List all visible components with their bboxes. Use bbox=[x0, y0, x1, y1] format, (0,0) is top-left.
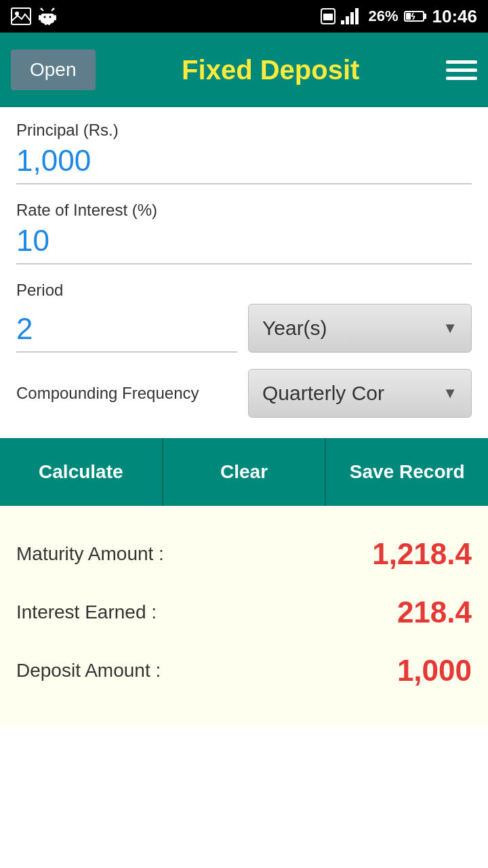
period-unit-dropdown[interactable]: Year(s) ▼ bbox=[248, 304, 472, 353]
clear-button[interactable]: Clear bbox=[162, 438, 325, 506]
svg-rect-16 bbox=[341, 20, 344, 24]
sim-icon bbox=[321, 8, 336, 24]
period-unit-label: Year(s) bbox=[262, 317, 327, 340]
maturity-label: Maturity Amount : bbox=[16, 543, 164, 565]
app-title: Fixed Deposit bbox=[182, 55, 359, 85]
image-icon bbox=[11, 7, 31, 25]
status-bar: 26% 10:46 bbox=[0, 0, 488, 33]
compounding-label: Compounding Frequency bbox=[16, 384, 199, 403]
open-button[interactable]: Open bbox=[11, 50, 96, 90]
svg-rect-22 bbox=[424, 14, 426, 19]
rate-label: Rate of Interest (%) bbox=[16, 201, 472, 220]
deposit-value: 1,000 bbox=[397, 654, 472, 688]
android-icon bbox=[38, 7, 57, 26]
svg-rect-19 bbox=[355, 8, 359, 24]
hamburger-line-2 bbox=[446, 68, 477, 72]
period-value[interactable]: 2 bbox=[16, 312, 237, 353]
results-section: Maturity Amount : 1,218.4 Interest Earne… bbox=[0, 506, 488, 727]
deposit-label: Deposit Amount : bbox=[16, 660, 161, 682]
interest-row: Interest Earned : 218.4 bbox=[16, 583, 472, 642]
principal-value[interactable]: 1,000 bbox=[16, 144, 472, 184]
compounding-value: Quarterly Cor bbox=[262, 382, 384, 405]
svg-point-5 bbox=[49, 16, 52, 18]
svg-rect-10 bbox=[39, 15, 41, 20]
interest-label: Interest Earned : bbox=[16, 601, 157, 623]
maturity-value: 1,218.4 bbox=[372, 537, 472, 571]
main-content: Principal (Rs.) 1,000 Rate of Interest (… bbox=[0, 107, 488, 418]
maturity-row: Maturity Amount : 1,218.4 bbox=[16, 525, 472, 583]
compounding-button[interactable]: Quarterly Cor ▼ bbox=[248, 369, 472, 418]
action-buttons: Calculate Clear Save Record bbox=[0, 438, 488, 506]
period-unit-button[interactable]: Year(s) ▼ bbox=[248, 304, 472, 353]
rate-field: Rate of Interest (%) 10 bbox=[16, 201, 472, 264]
period-unit-arrow: ▼ bbox=[443, 319, 458, 337]
svg-rect-12 bbox=[45, 22, 47, 25]
svg-rect-15 bbox=[323, 14, 333, 20]
battery-icon bbox=[404, 10, 427, 22]
time-display: 10:46 bbox=[432, 6, 478, 27]
svg-rect-17 bbox=[346, 16, 349, 24]
compounding-arrow: ▼ bbox=[443, 384, 458, 402]
period-field: Period 2 Year(s) ▼ bbox=[16, 281, 472, 353]
hamburger-line-3 bbox=[446, 77, 477, 80]
svg-point-8 bbox=[41, 8, 43, 10]
compounding-dropdown[interactable]: Quarterly Cor ▼ bbox=[248, 369, 472, 418]
svg-rect-0 bbox=[12, 8, 30, 24]
top-nav: Open Fixed Deposit bbox=[0, 33, 488, 107]
menu-button[interactable] bbox=[446, 60, 477, 80]
rate-value[interactable]: 10 bbox=[16, 224, 472, 264]
period-input-wrap: 2 bbox=[16, 312, 237, 353]
period-row: 2 Year(s) ▼ bbox=[16, 304, 472, 353]
deposit-row: Deposit Amount : 1,000 bbox=[16, 642, 472, 700]
svg-rect-11 bbox=[54, 15, 56, 20]
signal-icon bbox=[341, 8, 363, 24]
principal-label: Principal (Rs.) bbox=[16, 121, 472, 140]
calculate-button[interactable]: Calculate bbox=[0, 438, 162, 506]
svg-point-1 bbox=[15, 12, 19, 16]
interest-value: 218.4 bbox=[397, 595, 472, 629]
hamburger-line-1 bbox=[446, 60, 477, 64]
svg-rect-3 bbox=[41, 14, 54, 23]
status-bar-left bbox=[11, 7, 57, 26]
save-record-button[interactable]: Save Record bbox=[325, 438, 488, 506]
period-label: Period bbox=[16, 281, 472, 300]
battery-text: 26% bbox=[368, 7, 398, 25]
svg-rect-21 bbox=[406, 13, 411, 20]
principal-field: Principal (Rs.) 1,000 bbox=[16, 121, 472, 184]
status-bar-right: 26% 10:46 bbox=[321, 6, 477, 27]
svg-point-4 bbox=[44, 16, 46, 18]
svg-rect-18 bbox=[350, 12, 354, 24]
svg-point-9 bbox=[53, 8, 55, 10]
compounding-row: Compounding Frequency Quarterly Cor ▼ bbox=[16, 369, 472, 418]
svg-rect-13 bbox=[48, 22, 50, 25]
